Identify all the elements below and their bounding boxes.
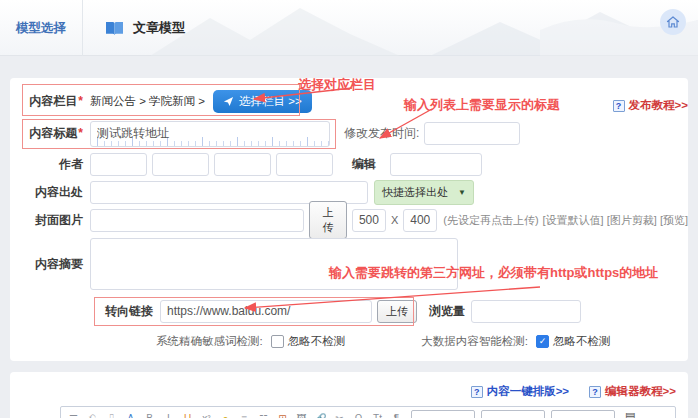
header-tabs: 模型选择 文章模型 xyxy=(0,0,207,56)
column-breadcrumb[interactable]: 新闻公告 > 学院新闻 > xyxy=(90,94,205,109)
cover-hint: (先设定再点击上传) xyxy=(443,213,538,228)
row-redirect: 转向链接 上传 浏览量 xyxy=(10,294,688,328)
toolbar-icon[interactable]: ☰ xyxy=(65,410,82,418)
cover-height-input[interactable] xyxy=(403,209,437,232)
one-click-format-link[interactable]: ? 内容一键排版>> xyxy=(471,384,569,399)
toolbar-icon[interactable]: ⎌ xyxy=(84,410,101,418)
cover-action-links[interactable]: [设置默认值] [图片剪裁] [预览] xyxy=(543,213,688,228)
publish-tutorial-label: 发布教程>> xyxy=(629,98,688,113)
author-label: 作者 xyxy=(10,156,90,173)
home-button[interactable] xyxy=(660,9,686,35)
redirect-url-input[interactable] xyxy=(160,300,372,323)
editor-links-row: ? 内容一键排版>> ? 编辑器教程>> xyxy=(10,384,676,399)
sensitive-checkbox[interactable] xyxy=(271,335,284,348)
row-content-title: 内容标题* 修改发布时间: xyxy=(10,117,688,150)
toolbar-more-icon[interactable]: ▤ xyxy=(625,410,635,418)
content-title-label: 内容标题* xyxy=(10,125,90,142)
row-detection: 系统精确敏感词检测: 忽略不检测 大数据内容智能检测: ✓ 忽略不检测 xyxy=(10,328,688,354)
views-input[interactable] xyxy=(471,300,581,323)
bigdata-checkbox[interactable]: ✓ xyxy=(536,335,549,348)
content-column-label: 内容栏目* xyxy=(10,93,90,110)
views-label: 浏览量 xyxy=(429,303,465,320)
toolbar-icon[interactable]: x² xyxy=(198,410,215,418)
redirect-label: 转向链接 xyxy=(10,303,160,320)
toolbar-icon[interactable]: ⊞ xyxy=(274,410,291,418)
help-icon: ? xyxy=(589,386,601,398)
row-content-column: 内容栏目* 新闻公告 > 学院新闻 > 选择栏目 >> xyxy=(10,85,688,117)
redirect-upload-button[interactable]: 上传 xyxy=(377,300,417,323)
row-author: 作者 编辑 xyxy=(10,150,688,178)
sensitive-check-label: 系统精确敏感词检测: xyxy=(156,334,263,349)
row-cover: 封面图片 上传 X (先设定再点击上传) [设置默认值] [图片剪裁] [预览] xyxy=(10,206,688,234)
tab-article-label: 文章模型 xyxy=(133,19,185,37)
summary-label: 内容摘要 xyxy=(10,256,90,273)
quick-source-select[interactable]: 快捷选择出处 ▼ xyxy=(374,180,474,205)
cover-width-input[interactable] xyxy=(352,209,386,232)
source-label: 内容出处 xyxy=(10,184,90,201)
editor-panel: ? 内容一键排版>> ? 编辑器教程>> ☰⎌⎍ABIUx²●≡☷⊞🖼🔗✂ΩTt… xyxy=(10,372,688,418)
toolbar-icon[interactable]: 🔗 xyxy=(312,410,329,418)
publish-time-input[interactable] xyxy=(424,122,520,145)
help-icon: ? xyxy=(613,100,625,112)
toolbar-icon[interactable]: A xyxy=(122,410,139,418)
chevron-down-icon: ▼ xyxy=(458,188,466,197)
article-form-panel: 内容栏目* 新闻公告 > 学院新闻 > 选择栏目 >> 内容标题* 修改发布时间… xyxy=(10,78,688,361)
toolbar-icon[interactable]: ☷ xyxy=(255,410,272,418)
toolbar-icon[interactable]: U xyxy=(179,410,196,418)
publish-time-label: 修改发布时间: xyxy=(344,125,419,142)
toolbar-icon[interactable]: ✂ xyxy=(331,410,348,418)
author-input-4[interactable] xyxy=(276,153,333,176)
toolbar-icon[interactable]: ⎍ xyxy=(103,410,120,418)
bigdata-check-label: 大数据内容智能检测: xyxy=(421,334,528,349)
help-icon: ? xyxy=(471,386,483,398)
toolbar-icon[interactable]: ≡ xyxy=(236,410,253,418)
cover-input[interactable] xyxy=(90,209,304,232)
tab-article-model[interactable]: 文章模型 xyxy=(83,0,207,56)
home-icon xyxy=(666,15,680,29)
editor-tutorial-label: 编辑器教程>> xyxy=(605,384,676,399)
publish-tutorial-link[interactable]: ? 发布教程>> xyxy=(613,98,688,113)
editor-tutorial-link[interactable]: ? 编辑器教程>> xyxy=(589,384,676,399)
toolbar-font-select-1[interactable] xyxy=(411,410,475,418)
quick-source-label: 快捷选择出处 xyxy=(382,185,448,200)
editor-toolbar: ☰⎌⎍ABIUx²●≡☷⊞🖼🔗✂ΩTt¶ ▤ xyxy=(60,406,676,418)
one-click-format-label: 内容一键排版>> xyxy=(487,384,569,399)
toolbar-font-select-2[interactable] xyxy=(481,410,545,418)
author-input-2[interactable] xyxy=(152,153,209,176)
tab-model-select[interactable]: 模型选择 xyxy=(0,0,82,56)
editor-input[interactable] xyxy=(390,153,482,176)
select-column-label: 选择栏目 >> xyxy=(239,94,302,109)
book-icon xyxy=(105,21,124,36)
content-title-input[interactable] xyxy=(90,121,330,147)
toolbar-icon[interactable]: Ω xyxy=(350,410,367,418)
editor-toolbar-icons: ☰⎌⎍ABIUx²●≡☷⊞🖼🔗✂ΩTt¶ xyxy=(65,410,405,418)
author-input-3[interactable] xyxy=(214,153,271,176)
editor-label: 编辑 xyxy=(352,156,383,173)
summary-textarea[interactable] xyxy=(90,238,458,290)
toolbar-icon[interactable]: I xyxy=(160,410,177,418)
bigdata-check-option[interactable]: 忽略不检测 xyxy=(553,334,611,349)
sensitive-check-option[interactable]: 忽略不检测 xyxy=(288,334,346,349)
toolbar-font-select-3[interactable] xyxy=(551,410,615,418)
toolbar-icon[interactable]: 🖼 xyxy=(293,410,310,418)
row-summary: 内容摘要 xyxy=(10,234,688,294)
row-source: 内容出处 快捷选择出处 ▼ xyxy=(10,178,688,206)
send-icon xyxy=(223,96,234,107)
toolbar-icon[interactable]: B xyxy=(141,410,158,418)
toolbar-icon[interactable]: ¶ xyxy=(388,410,405,418)
toolbar-icon[interactable]: Tt xyxy=(369,410,386,418)
header: 模型选择 文章模型 xyxy=(0,0,698,56)
page: 模型选择 文章模型 内容栏目* 新闻公告 > 学院新闻 > xyxy=(0,0,698,418)
toolbar-icon[interactable]: ● xyxy=(217,410,234,418)
author-input-1[interactable] xyxy=(90,153,147,176)
cover-label: 封面图片 xyxy=(10,212,90,229)
required-mark: * xyxy=(78,126,83,140)
select-column-button[interactable]: 选择栏目 >> xyxy=(213,90,312,113)
required-mark: * xyxy=(78,94,83,108)
size-times-label: X xyxy=(391,214,398,226)
